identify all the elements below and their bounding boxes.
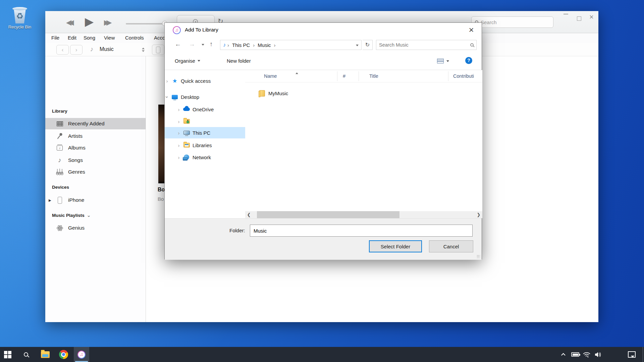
sidebar-item-genius[interactable]: Genius — [45, 222, 146, 234]
volume-icon[interactable] — [592, 347, 604, 362]
views-dropdown-caret-icon[interactable] — [446, 60, 449, 63]
breadcrumb-chevron-icon[interactable]: › — [272, 42, 277, 48]
nav-up-button[interactable]: ↑ — [210, 41, 213, 48]
itunes-sidebar: Library Recently Added Artists ♪ Albums … — [45, 56, 146, 322]
tree-item-this-pc[interactable]: › This PC — [165, 127, 245, 138]
play-button[interactable]: ▶ — [85, 15, 94, 28]
menu-edit[interactable]: Edit — [68, 35, 76, 41]
address-dropdown-chevron-icon[interactable] — [356, 45, 359, 48]
tree-item-onedrive[interactable]: › OneDrive — [165, 104, 245, 115]
forward-button[interactable]: › — [70, 45, 83, 55]
recycle-bin-icon: ♻ — [12, 6, 28, 23]
recent-locations-chevron-icon[interactable] — [202, 44, 204, 47]
media-kind-selector[interactable]: Music — [100, 46, 114, 52]
taskbar-itunes[interactable]: ♫ — [74, 347, 89, 362]
help-icon[interactable]: ? — [465, 57, 472, 64]
taskbar-search-button[interactable] — [18, 347, 34, 362]
close-button[interactable]: × — [589, 14, 594, 20]
menu-controls[interactable]: Controls — [125, 35, 144, 41]
menu-file[interactable]: File — [51, 35, 59, 41]
fast-forward-button[interactable]: ▶▶ — [104, 18, 108, 26]
itunes-search-box[interactable] — [471, 16, 553, 28]
breadcrumb-chevron-icon[interactable]: › — [251, 42, 256, 48]
file-row-mymusic[interactable]: MyMusic — [245, 87, 482, 99]
sidebar-item-iphone[interactable]: ▶ iPhone — [45, 194, 146, 206]
expand-chevron-icon[interactable]: › — [176, 142, 181, 148]
address-bar[interactable]: ♪ › This PC › Music › — [220, 40, 362, 50]
expand-chevron-icon[interactable]: › — [176, 130, 181, 136]
battery-icon[interactable] — [570, 347, 581, 362]
chrome-icon — [59, 350, 68, 359]
volume-slider-track[interactable] — [126, 23, 165, 24]
breadcrumb-music[interactable]: Music — [256, 42, 272, 48]
cancel-button[interactable]: Cancel — [429, 240, 473, 252]
chevron-down-icon[interactable]: ⌄ — [87, 213, 91, 218]
column-header-contributing[interactable]: Contributi — [453, 73, 474, 79]
sidebar-item-genres[interactable]: Genres — [45, 166, 146, 178]
show-desktop-button[interactable] — [643, 347, 644, 362]
views-icon[interactable] — [437, 58, 444, 64]
expand-arrow-icon[interactable]: ▶ — [49, 198, 51, 202]
column-header-number[interactable]: # — [343, 73, 345, 79]
sidebar-item-songs[interactable]: ♪ Songs — [45, 155, 146, 166]
device-button[interactable] — [152, 45, 164, 55]
wifi-icon[interactable] — [581, 347, 592, 362]
expand-chevron-icon[interactable]: › — [176, 119, 181, 124]
dialog-search-box[interactable] — [376, 40, 477, 50]
itunes-icon: ♫ — [77, 351, 86, 359]
itunes-search-input[interactable] — [481, 19, 541, 25]
breadcrumb-chevron-icon[interactable]: › — [226, 42, 231, 48]
folder-name-input[interactable] — [250, 225, 473, 237]
search-icon — [24, 352, 28, 357]
desktop: ♻ Recycle Bin ◀◀ ▶ ▶▶ ↻ × File Edit Song — [0, 0, 644, 362]
dialog-close-button[interactable]: × — [466, 25, 477, 35]
rewind-button[interactable]: ◀◀ — [66, 18, 70, 26]
back-button[interactable]: ‹ — [56, 45, 69, 55]
sidebar-item-recently-added[interactable]: Recently Added — [45, 118, 146, 129]
resize-grip[interactable] — [477, 255, 480, 258]
minimize-button[interactable] — [564, 14, 568, 14]
album-icon: ♪ — [55, 145, 64, 150]
sidebar-item-albums[interactable]: ♪ Albums — [45, 142, 146, 154]
dialog-title-bar[interactable]: ♫ Add To Library × — [165, 23, 482, 38]
column-header-name[interactable]: Name — [264, 73, 277, 79]
expand-chevron-icon[interactable]: › — [176, 155, 181, 160]
nav-back-button[interactable]: ← — [175, 41, 181, 48]
horizontal-scrollbar[interactable]: ❮ ❯ — [245, 211, 482, 218]
taskbar: ♫ — [0, 347, 644, 362]
album-title-text: Bo — [158, 187, 165, 193]
dialog-footer: Folder: Select Folder Cancel — [165, 218, 482, 260]
breadcrumb-this-pc[interactable]: This PC — [231, 42, 251, 48]
tree-item-quick-access[interactable]: › ★ Quick access — [165, 75, 245, 86]
sidebar-item-artists[interactable]: Artists — [45, 130, 146, 142]
chevron-up-icon — [142, 46, 145, 49]
tree-item-desktop[interactable]: › Desktop — [165, 91, 245, 103]
expand-chevron-icon[interactable]: › — [165, 78, 169, 84]
hidden-icons-chevron-icon[interactable] — [558, 347, 570, 362]
expand-chevron-icon[interactable]: › — [176, 107, 181, 112]
refresh-button[interactable]: ↻ — [363, 40, 373, 50]
menu-song[interactable]: Song — [84, 35, 95, 41]
scroll-left-arrow[interactable]: ❮ — [245, 211, 253, 218]
recycle-bin-shortcut[interactable]: ♻ Recycle Bin — [5, 6, 34, 29]
start-button[interactable] — [0, 347, 15, 362]
tree-item-libraries[interactable]: › Libraries — [165, 139, 245, 151]
scroll-right-arrow[interactable]: ❯ — [475, 211, 482, 218]
onedrive-cloud-icon — [182, 108, 191, 111]
menu-view[interactable]: View — [104, 35, 115, 41]
action-center-icon[interactable] — [626, 347, 637, 362]
nav-forward-button[interactable]: → — [189, 41, 195, 48]
organise-menu-button[interactable]: Organise — [175, 58, 200, 64]
collapse-chevron-icon[interactable]: › — [165, 95, 170, 99]
dialog-search-input[interactable] — [379, 42, 470, 48]
maximize-button[interactable] — [577, 16, 581, 21]
column-header-title[interactable]: Title — [369, 73, 378, 79]
tree-item-network[interactable]: › Network — [165, 152, 245, 163]
tree-item-user-folder[interactable]: › — [165, 116, 245, 127]
windows-logo-icon — [4, 351, 11, 358]
select-folder-button[interactable]: Select Folder — [369, 240, 422, 252]
new-folder-button[interactable]: New folder — [227, 58, 251, 64]
scrollbar-thumb[interactable] — [257, 211, 399, 218]
taskbar-file-explorer[interactable] — [38, 347, 53, 362]
taskbar-chrome[interactable] — [56, 347, 71, 362]
